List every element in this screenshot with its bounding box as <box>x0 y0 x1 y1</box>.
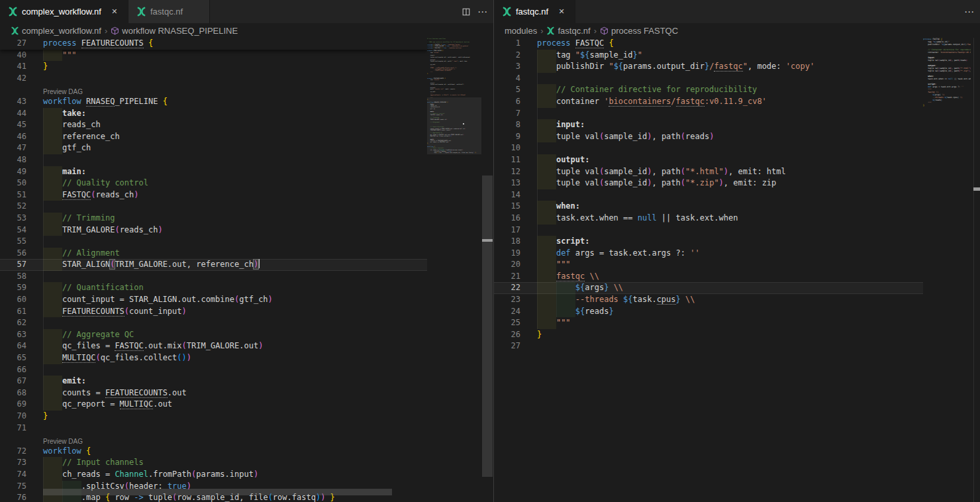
code-editor-right[interactable]: 1process FASTQC {2tag "${sample_id}"3pub… <box>494 38 980 502</box>
code-line-19[interactable]: 19def args = task.ext.args ?: '' <box>494 248 923 260</box>
code-line-40[interactable]: 40""" <box>0 50 427 62</box>
code-line-9[interactable]: 9tuple val(sample_id), path(reads) <box>494 131 923 143</box>
code-line-12[interactable]: 12tuple val(sample_id), path("*.html"), … <box>494 166 923 178</box>
code-line-24[interactable]: 24${reads} <box>494 306 923 318</box>
code-line-26[interactable]: 26} <box>494 329 923 341</box>
minimap-left[interactable]: #!/usr/bin/env nextflow// RNA-seq analys… <box>427 38 481 502</box>
line-number: 71 <box>0 423 26 434</box>
split-editor-icon[interactable] <box>462 7 471 17</box>
code-line-57[interactable]: 57STAR_ALIGN(TRIM_GALORE.out, reference_… <box>0 259 427 271</box>
code-line-11[interactable]: 11output: <box>494 154 923 166</box>
tab-complex-workflow[interactable]: complex_workflow.nf ✕ <box>0 0 128 23</box>
text-cursor <box>258 259 260 268</box>
vertical-scrollbar-right[interactable] <box>973 38 980 502</box>
more-actions-icon[interactable]: ⋯ <box>964 6 975 18</box>
code-line-53[interactable]: 53// Trimming <box>0 213 427 225</box>
code-line-58[interactable]: 58 <box>0 271 427 283</box>
code-line-50[interactable]: 50// Quality control <box>0 177 427 189</box>
codelens-preview-dag[interactable]: Preview DAG <box>0 84 427 96</box>
code-line-7[interactable]: 7 <box>494 108 923 120</box>
code-line-71[interactable]: 71 <box>0 423 427 434</box>
code-line-18[interactable]: 18script: <box>494 236 923 248</box>
scrollbar-slider[interactable] <box>482 176 493 477</box>
line-number: 14 <box>494 189 520 201</box>
close-tab-icon[interactable]: ✕ <box>109 7 120 17</box>
tab-fastqc-right[interactable]: fastqc.nf ✕ <box>494 0 575 23</box>
code-line-51[interactable]: 51FASTQC(reads_ch) <box>0 189 427 201</box>
tab-label: fastqc.nf <box>516 7 548 17</box>
code-line-64[interactable]: 64qc_files = FASTQC.out.mix(TRIM_GALORE.… <box>0 340 427 352</box>
code-line-13[interactable]: 13tuple val(sample_id), path("*.zip"), e… <box>494 177 923 189</box>
code-line-55[interactable]: 55 <box>0 236 427 248</box>
code-line-47[interactable]: 47gtf_ch <box>0 142 427 154</box>
code-line-49[interactable]: 49main: <box>0 166 427 178</box>
line-number: 4 <box>494 73 520 85</box>
code-line-65[interactable]: 65MULTIQC(qc_files.collect()) <box>0 352 427 364</box>
line-number: 7 <box>494 108 520 120</box>
code-line-6[interactable]: 6container 'biocontainers/fastqc:v0.11.9… <box>494 96 923 108</box>
code-line-74[interactable]: 74ch_reads = Channel.fromPath(params.inp… <box>0 469 427 481</box>
line-number: 17 <box>494 225 520 236</box>
code-line-73[interactable]: 73// Input channels <box>0 457 427 469</box>
code-line-17[interactable]: 17 <box>494 225 923 236</box>
codelens-preview-dag[interactable]: Preview DAG <box>0 434 427 446</box>
breadcrumb-file[interactable]: fastqc.nf <box>546 26 590 36</box>
code-line-21[interactable]: 21fastqc \\ <box>494 271 923 283</box>
code-line-59[interactable]: 59// Quantification <box>0 282 427 294</box>
code-line-27[interactable]: 27 <box>494 340 923 352</box>
code-line-23[interactable]: 23--threads ${task.cpus} \\ <box>494 294 923 306</box>
code-line-52[interactable]: 52 <box>0 201 427 213</box>
more-actions-icon[interactable]: ⋯ <box>477 6 488 18</box>
code-line-72[interactable]: 72workflow { <box>0 446 427 458</box>
minimap-right[interactable]: process FASTQC {tag "${sample_id}"publis… <box>923 38 971 502</box>
code-line-54[interactable]: 54TRIM_GALORE(reads_ch) <box>0 225 427 236</box>
code-line-69[interactable]: 69qc_report = MULTIQC.out <box>0 399 427 411</box>
line-number: 58 <box>0 271 26 283</box>
code-line-70[interactable]: 70} <box>0 411 427 423</box>
code-line-60[interactable]: 60count_input = STAR_ALIGN.out.combine(g… <box>0 294 427 306</box>
code-line-42[interactable]: 42 <box>0 73 427 85</box>
code-line-4[interactable]: 4 <box>494 73 923 85</box>
code-line-62[interactable]: 62 <box>0 317 427 329</box>
code-line-43[interactable]: 43workflow RNASEQ_PIPELINE { <box>0 96 427 108</box>
horizontal-scrollbar-left[interactable] <box>43 489 392 495</box>
code-line-8[interactable]: 8input: <box>494 119 923 131</box>
code-line-44[interactable]: 44take: <box>0 108 427 120</box>
code-line-22[interactable]: 22${args} \\ <box>494 282 923 294</box>
code-line-10[interactable]: 10 <box>494 142 923 154</box>
code-line-1[interactable]: 1process FASTQC { <box>494 38 923 50</box>
code-line-56[interactable]: 56// Alignment <box>0 248 427 260</box>
code-line-41[interactable]: 41} <box>0 61 427 73</box>
vertical-scrollbar-left[interactable] <box>482 38 493 502</box>
code-line-20[interactable]: 20""" <box>494 259 923 271</box>
code-line-66[interactable]: 66 <box>0 364 427 376</box>
breadcrumb-symbol[interactable]: process FASTQC <box>600 26 678 36</box>
code-line-15[interactable]: 15when: <box>494 201 923 213</box>
code-line-61[interactable]: 61FEATURECOUNTS(count_input) <box>0 306 427 318</box>
code-line-3[interactable]: 3publishDir "${params.output_dir}/fastqc… <box>494 61 923 73</box>
breadcrumb-symbol[interactable]: workflow RNASEQ_PIPELINE <box>111 26 238 36</box>
breadcrumb-chevron-icon: › <box>105 26 107 36</box>
line-number: 48 <box>0 154 26 166</box>
code-line-16[interactable]: 16task.ext.when == null || task.ext.when <box>494 213 923 225</box>
code-line-2[interactable]: 2tag "${sample_id}" <box>494 50 923 62</box>
code-line-25[interactable]: 25""" <box>494 317 923 329</box>
sticky-scroll-line[interactable]: 27process FEATURECOUNTS { <box>0 38 427 50</box>
line-number: 55 <box>0 236 26 248</box>
tab-label: complex_workflow.nf <box>22 7 101 17</box>
code-line-68[interactable]: 68counts = FEATURECOUNTS.out <box>0 387 427 399</box>
code-line-46[interactable]: 46reference_ch <box>0 131 427 143</box>
nextflow-file-icon <box>502 7 512 17</box>
code-line-67[interactable]: 67emit: <box>0 376 427 387</box>
code-line-14[interactable]: 14 <box>494 189 923 201</box>
code-line-48[interactable]: 48 <box>0 154 427 166</box>
code-line-45[interactable]: 45reads_ch <box>0 119 427 131</box>
breadcrumb-file[interactable]: complex_workflow.nf <box>11 26 101 36</box>
breadcrumb-folder[interactable]: modules <box>505 26 537 36</box>
code-line-5[interactable]: 5// Container directive for reproducibil… <box>494 84 923 96</box>
tab-fastqc-left[interactable]: fastqc.nf <box>128 0 210 23</box>
code-line-63[interactable]: 63// Aggregate QC <box>0 329 427 341</box>
code-editor-left[interactable]: 27process FEATURECOUNTS {40"""41}42Previ… <box>0 38 493 502</box>
minimap-slider[interactable] <box>427 97 481 154</box>
close-tab-icon[interactable]: ✕ <box>556 7 567 17</box>
